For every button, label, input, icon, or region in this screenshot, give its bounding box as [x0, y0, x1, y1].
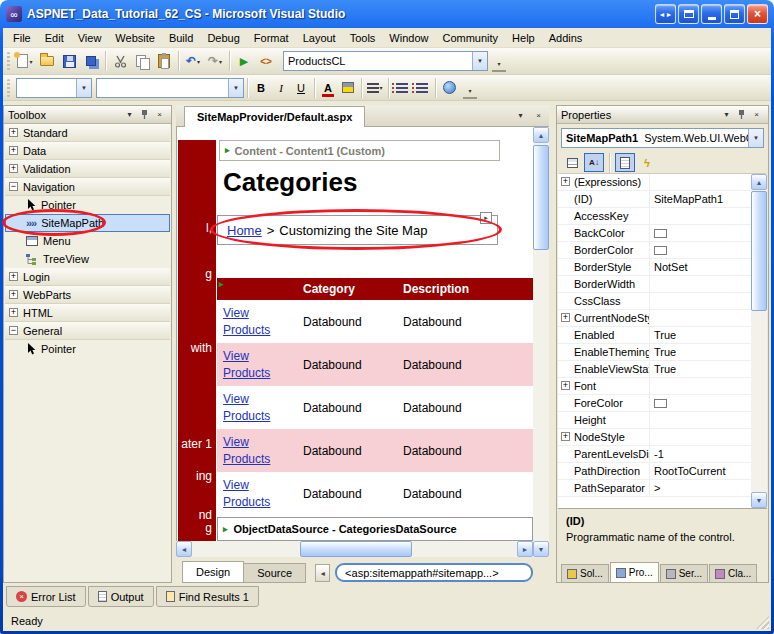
tab-output[interactable]: Output — [88, 586, 154, 607]
property-row[interactable]: (ID)SiteMapPath1 — [558, 191, 751, 208]
horizontal-scrollbar[interactable]: ◄ ► — [176, 541, 533, 557]
combo-dropdown-button[interactable]: ▼ — [472, 52, 487, 70]
ordered-list-button[interactable] — [392, 78, 412, 98]
expander-icon[interactable]: + — [9, 128, 18, 137]
content-region-header[interactable]: ▸ Content - Content1 (Custom) — [219, 140, 500, 161]
pin-button[interactable] — [734, 108, 749, 122]
scroll-down-button[interactable]: ▼ — [533, 541, 549, 557]
smart-tag-icon[interactable]: ▸ — [219, 280, 224, 289]
horizontal-scroll-thumb[interactable] — [300, 541, 412, 557]
tab-properties[interactable]: Pro... — [610, 562, 659, 583]
menu-item-build[interactable]: Build — [162, 29, 200, 47]
view-products-link[interactable]: View Products — [223, 477, 281, 511]
pin-button[interactable] — [137, 108, 152, 122]
scroll-right-button[interactable]: ► — [517, 541, 533, 557]
property-row[interactable]: ParentLevelsDispl-1 — [558, 446, 751, 463]
property-row[interactable]: EnableThemingTrue — [558, 344, 751, 361]
tag-navigator-back-button[interactable]: ◄ — [315, 564, 330, 582]
toolbar-grip[interactable] — [7, 52, 10, 70]
property-row[interactable]: ForeColor — [558, 395, 751, 412]
font-color-button[interactable]: A — [318, 78, 338, 98]
paste-button[interactable] — [153, 50, 175, 72]
properties-view-button[interactable] — [615, 153, 635, 172]
expander-icon[interactable]: + — [9, 290, 18, 299]
menu-item-help[interactable]: Help — [505, 29, 542, 47]
copy-button[interactable] — [131, 50, 153, 72]
scroll-up-button[interactable]: ▲ — [533, 127, 549, 143]
cut-button[interactable] — [109, 50, 131, 72]
expander-icon[interactable]: + — [561, 313, 570, 322]
menu-item-edit[interactable]: Edit — [38, 29, 71, 47]
combo-dropdown-button[interactable]: ▼ — [76, 79, 91, 97]
menu-item-layout[interactable]: Layout — [296, 29, 343, 47]
property-row[interactable]: Height — [558, 412, 751, 429]
tab-server-explorer[interactable]: Ser... — [660, 564, 708, 583]
tab-source[interactable]: Source — [243, 563, 306, 583]
property-row[interactable]: PathDirectionRootToCurrent — [558, 463, 751, 480]
close-panel-button[interactable]: × — [152, 108, 167, 122]
active-files-dropdown-button[interactable]: ▾ — [513, 108, 528, 123]
objectdatasource-control[interactable]: ▸ ObjectDataSource - CategoriesDataSourc… — [217, 517, 533, 541]
expander-icon[interactable]: + — [9, 164, 18, 173]
title-bar[interactable]: ∞ ASPNET_Data_Tutorial_62_CS - Microsoft… — [0, 0, 774, 28]
toolbox-section-data[interactable]: +Data — [5, 142, 170, 160]
categorized-button[interactable] — [562, 153, 582, 172]
expander-icon[interactable]: + — [561, 177, 570, 186]
property-row[interactable]: EnableViewStateTrue — [558, 361, 751, 378]
open-file-button[interactable] — [36, 50, 58, 72]
property-row[interactable]: +NodeStyle — [558, 429, 751, 446]
alphabetical-sort-button[interactable]: A↓ — [584, 153, 604, 172]
property-row[interactable]: AccessKey — [558, 208, 751, 225]
expander-icon[interactable]: − — [9, 182, 18, 191]
property-row[interactable]: +CurrentNodeStyle — [558, 310, 751, 327]
sitemappath-smart-tag-button[interactable]: ▸ — [480, 212, 492, 224]
highlight-button[interactable] — [338, 78, 358, 98]
toolbox-section-general[interactable]: −General — [5, 322, 170, 340]
italic-button[interactable]: I — [271, 78, 291, 98]
property-row[interactable]: BorderColor — [558, 242, 751, 259]
view-products-link[interactable]: View Products — [223, 305, 281, 339]
combo-dropdown-button[interactable]: ▼ — [228, 79, 243, 97]
toolbox-section-webparts[interactable]: +WebParts — [5, 286, 170, 304]
view-products-link[interactable]: View Products — [223, 434, 281, 468]
sitemappath-breadcrumb[interactable]: Home > Customizing the Site Map — [217, 215, 498, 245]
menu-item-format[interactable]: Format — [247, 29, 296, 47]
tab-error-list[interactable]: ×Error List — [6, 586, 86, 607]
menu-item-community[interactable]: Community — [435, 29, 505, 47]
expander-icon[interactable]: + — [9, 146, 18, 155]
toolbox-section-navigation[interactable]: −Navigation — [5, 178, 170, 196]
scroll-left-button[interactable]: ◄ — [176, 541, 192, 557]
property-row[interactable]: BorderStyleNotSet — [558, 259, 751, 276]
view-products-link[interactable]: View Products — [223, 391, 281, 425]
menu-item-tools[interactable]: Tools — [343, 29, 383, 47]
redo-button[interactable]: ↷▾ — [204, 50, 226, 72]
design-surface[interactable]: l, g with ater 1 ing nd g ▸ Content - Co… — [176, 127, 533, 541]
resize-grip[interactable] — [756, 616, 769, 629]
close-panel-button[interactable]: × — [749, 108, 764, 122]
toolbox-item-pointer[interactable]: Pointer — [5, 196, 170, 214]
titlebar-extra-arrows-button[interactable]: ◄► — [655, 4, 676, 24]
vertical-scrollbar[interactable]: ▲ ▼ — [533, 127, 549, 557]
save-button[interactable] — [58, 50, 80, 72]
menu-item-view[interactable]: View — [71, 29, 109, 47]
tab-find-results[interactable]: Find Results 1 — [156, 586, 259, 607]
undo-button[interactable]: ↶▾ — [182, 50, 204, 72]
property-grid-scrollbar[interactable]: ▲ ▼ — [751, 174, 767, 508]
property-row[interactable]: +Font — [558, 378, 751, 395]
property-row[interactable]: EnabledTrue — [558, 327, 751, 344]
toolbox-item-sitemappath[interactable]: »» SiteMapPath — [5, 214, 170, 232]
property-row[interactable]: CssClass — [558, 293, 751, 310]
save-all-button[interactable] — [80, 50, 102, 72]
window-menu-button[interactable]: ▾ — [719, 108, 734, 122]
property-row[interactable]: BackColor — [558, 225, 751, 242]
combo-dropdown-button[interactable]: ▼ — [748, 129, 763, 147]
titlebar-dock-button[interactable] — [678, 4, 699, 24]
close-document-button[interactable]: × — [531, 108, 546, 123]
toolbox-item-menu[interactable]: Menu — [5, 232, 170, 250]
start-debug-button[interactable]: ▶ — [233, 50, 255, 72]
expander-icon[interactable]: + — [561, 432, 570, 441]
toolbox-section-validation[interactable]: +Validation — [5, 160, 170, 178]
object-selector-combobox[interactable]: SiteMapPath1 System.Web.UI.WebC ▼ — [561, 128, 764, 148]
toolbar-combobox[interactable]: ProductsCL ▼ — [283, 51, 488, 71]
document-tab[interactable]: SiteMapProvider/Default.aspx — [184, 106, 365, 127]
